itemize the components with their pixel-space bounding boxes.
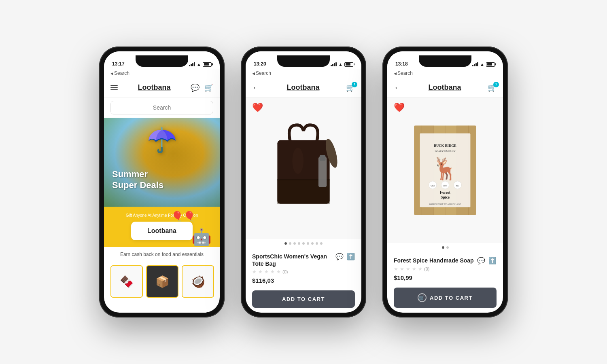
carousel-dot[interactable]: [316, 242, 318, 245]
back-arrow-3: ◂: [394, 70, 397, 76]
app-header-3: ← Lootbana 🛒 1: [387, 78, 503, 97]
carousel-dot[interactable]: [293, 242, 296, 245]
export-icon-1[interactable]: ⬆️: [347, 253, 355, 260]
svg-point-3: [292, 148, 304, 174]
star-icon: ★: [412, 266, 416, 272]
phone-notch: [277, 55, 330, 67]
add-to-cart-button-1[interactable]: ADD TO CART: [252, 290, 355, 308]
signal-bar: [192, 63, 193, 66]
stars-row-1: ★ ★ ★ ★ ★ (0): [252, 269, 355, 275]
phone-screen-home: 13:17 ▲ ◂ Search: [104, 51, 220, 313]
hamburger-line: [110, 87, 118, 88]
search-input[interactable]: [110, 101, 213, 114]
hero-bg: ☂️ Summer Super Deals: [104, 118, 220, 207]
cashback-section: Earn cash back on food and essentials: [104, 247, 220, 262]
svg-text:🦌: 🦌: [432, 156, 458, 182]
star-icon: ★: [394, 266, 398, 272]
time-2: 13:20: [254, 61, 266, 67]
star-icon: ★: [406, 266, 410, 272]
signal-bars-2: [331, 62, 337, 66]
status-icons-2: ▲: [331, 62, 353, 67]
thumbnail-item[interactable]: 📦: [146, 265, 178, 298]
back-nav-3: ◂ Search: [387, 69, 503, 78]
svg-rect-4: [318, 157, 327, 187]
svg-text:HANDCUT NET WT. APPROX. 4 OZ: HANDCUT NET WT. APPROX. 4 OZ: [429, 203, 461, 205]
soap-product-image: BUCK RIDGE SOAP COMPANY 🦌 Forest Spice H…: [409, 122, 482, 219]
carousel-dot[interactable]: [307, 242, 309, 245]
signal-bars-3: [472, 62, 478, 66]
stars-row-2: ★ ★ ★ ★ ★ (0): [394, 266, 497, 272]
svg-text:Forest: Forest: [440, 190, 451, 195]
star-icon: ★: [264, 269, 269, 275]
carousel-dot[interactable]: [302, 242, 305, 245]
hero-umbrella-icon: ☂️: [147, 126, 177, 154]
add-to-cart-button-2[interactable]: 🛒 ADD TO CART: [394, 288, 497, 308]
carousel-dot[interactable]: [311, 242, 314, 245]
svg-text:USA: USA: [431, 185, 435, 187]
header-icons-2: 🛒 1: [346, 83, 355, 92]
hero-text: Summer Super Deals: [112, 169, 163, 190]
product-image-area-2: ❤️: [387, 97, 503, 243]
thumbnail-item[interactable]: 🥥: [182, 265, 214, 298]
carousel-dots-2: [387, 243, 503, 252]
back-button-2[interactable]: ←: [252, 83, 260, 92]
thumbnail-item[interactable]: 🍫: [110, 265, 143, 298]
hamburger-menu[interactable]: [110, 85, 118, 90]
review-count-2: (0): [424, 267, 429, 271]
header-icons-1: 💬 🛒: [191, 83, 213, 92]
favorite-button-2[interactable]: ❤️: [394, 102, 405, 113]
carousel-dot[interactable]: [289, 242, 291, 245]
carousel-dot[interactable]: [298, 242, 300, 245]
svg-text:BUCK RIDGE: BUCK RIDGE: [434, 144, 456, 148]
product-thumbnails: 🍫 📦 🥥: [104, 262, 220, 301]
cart-icon[interactable]: 🛒: [204, 83, 213, 92]
star-icon: ★: [258, 269, 263, 275]
back-label-1[interactable]: Search: [114, 70, 129, 76]
gift-section: Gift Anyone At Anytime For Any Ocasion L…: [104, 207, 220, 247]
carousel-dot[interactable]: [320, 242, 323, 245]
share-icon-1[interactable]: 💬: [335, 253, 344, 260]
share-icon-2[interactable]: 💬: [477, 257, 485, 265]
battery-fill: [204, 63, 209, 66]
back-button-3[interactable]: ←: [394, 83, 402, 92]
status-icons-1: ▲: [189, 62, 212, 67]
tote-bag-image: [263, 120, 344, 217]
hero-banner: ☂️ Summer Super Deals: [104, 118, 220, 207]
back-label-3[interactable]: Search: [397, 70, 413, 76]
hero-line1: Summer: [112, 169, 163, 180]
product-actions-2: 💬 ⬆️: [477, 257, 497, 265]
product-info-1: SportsChic Women's Vegan Tote Bag 💬 ⬆️ ★…: [246, 248, 361, 287]
app-logo-2: Lootbana: [287, 83, 320, 92]
chat-icon[interactable]: 💬: [191, 83, 200, 92]
phone-screen-product1: 13:20 ▲ ◂ Search: [246, 51, 361, 313]
app-header-2: ← Lootbana 🛒 1: [246, 78, 361, 97]
time-1: 13:17: [112, 61, 125, 67]
product-image-area-1: ❤️: [246, 97, 361, 239]
carousel-dot[interactable]: [284, 242, 287, 245]
carousel-dot[interactable]: [446, 246, 449, 249]
svg-text:ALL: ALL: [456, 185, 459, 187]
battery-icon: [203, 62, 212, 67]
signal-bars-1: [189, 62, 195, 66]
hero-line2: Super Deals: [112, 180, 163, 190]
svg-text:Spice: Spice: [441, 195, 450, 199]
product-price-2: $10,99: [394, 274, 497, 281]
star-icon: ★: [270, 269, 275, 275]
export-icon-2[interactable]: ⬆️: [488, 257, 497, 265]
cart-icon-3[interactable]: 🛒 1: [488, 83, 497, 92]
balloons-icon: 🎈🎈: [171, 211, 195, 222]
carousel-dot[interactable]: [442, 246, 444, 249]
favorite-button-1[interactable]: ❤️: [252, 102, 263, 113]
back-arrow-1: ◂: [110, 70, 113, 76]
product-screen-2: ❤️: [387, 97, 503, 313]
star-icon: ★: [400, 266, 404, 272]
svg-rect-5: [320, 155, 326, 161]
hamburger-line: [110, 85, 118, 86]
back-label-2[interactable]: Search: [256, 70, 271, 76]
cart-icon-2[interactable]: 🛒 1: [346, 83, 355, 92]
home-scroll: ☂️ Summer Super Deals Gift Anyone At Any…: [104, 118, 220, 313]
search-bar-container: [104, 97, 220, 118]
lootbana-card[interactable]: Lootbana: [131, 222, 193, 240]
phone-product1: 13:20 ▲ ◂ Search: [241, 47, 366, 317]
signal-bar: [191, 64, 192, 66]
